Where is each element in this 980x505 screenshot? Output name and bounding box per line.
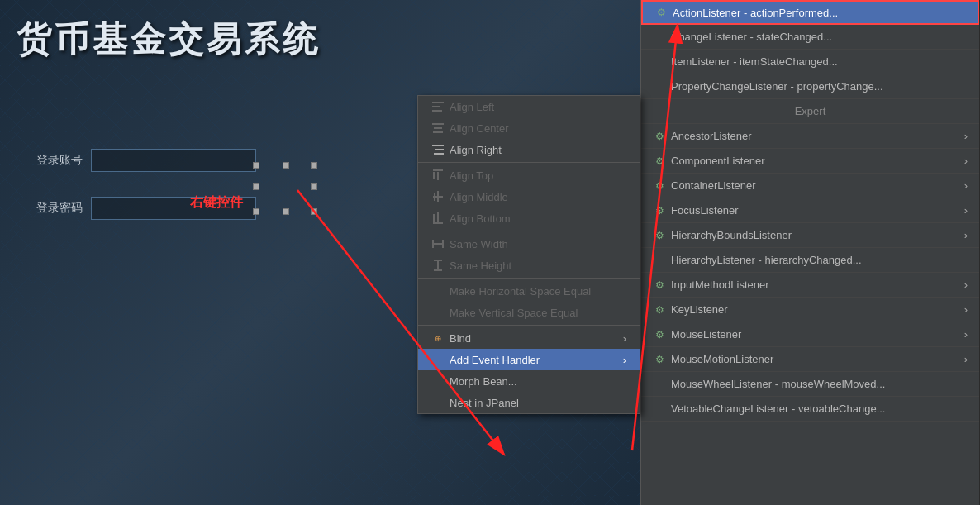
menu-item-make-horiz[interactable]: Make Horizontal Space Equal [418,280,640,302]
ancestor-listener-arrow: › [964,130,968,142]
handle-tl [253,162,259,169]
align-top-icon [431,169,445,182]
username-input[interactable] [91,149,256,172]
svg-rect-10 [432,145,444,146]
event-item-component-listener-label: ComponentListener [671,155,764,167]
ancestor-listener-icon: ⚙ [653,130,666,143]
mouse-wheel-listener-icon [653,378,666,391]
event-item-hierarchy-listener-label: HierarchyListener - hierarchyChanged... [671,254,862,266]
input-method-listener-arrow: › [964,279,968,291]
menu-item-align-bottom-label: Align Bottom [450,212,511,225]
event-item-property-listener-label: PropertyChangeListener - propertyChange.… [671,80,883,93]
handle-tr [311,162,317,169]
event-item-vetoable-listener[interactable]: VetoableChangeListener - vetoableChange.… [641,397,979,422]
svg-rect-25 [437,260,439,271]
menu-item-same-width[interactable]: Same Width [418,233,640,255]
focus-listener-arrow: › [964,204,968,217]
svg-rect-13 [433,169,443,171]
svg-rect-18 [437,191,439,202]
menu-item-same-height[interactable]: Same Height [418,255,640,276]
handle-bm [283,208,289,215]
menu-item-make-vert[interactable]: Make Vertical Space Equal [418,302,640,323]
event-item-key-listener-label: KeyListener [671,303,728,316]
event-item-mouse-motion-listener[interactable]: ⚙ MouseMotionListener › [641,347,979,372]
menu-item-morph-bean[interactable]: Morph Bean... [418,370,640,392]
menu-item-add-event[interactable]: Add Event Handler › [418,349,640,370]
event-item-hierarchy-listener[interactable]: HierarchyListener - hierarchyChanged... [641,248,979,273]
add-event-icon [431,353,445,366]
align-left-icon [431,100,445,113]
username-row: 登录账号 [33,149,256,172]
action-listener-icon: ⚙ [654,6,668,19]
menu-item-align-middle[interactable]: Align Middle [418,186,640,207]
svg-rect-27 [434,269,442,271]
menu-item-align-left-label: Align Left [450,101,494,113]
event-section-expert: Expert [641,99,979,124]
svg-rect-11 [435,149,444,150]
menu-item-same-height-label: Same Height [450,260,511,272]
svg-rect-26 [434,260,442,261]
make-horiz-icon [431,284,445,298]
svg-rect-15 [437,172,439,180]
same-width-icon [431,237,445,250]
menu-item-align-right[interactable]: Align Right [418,139,640,160]
menu-item-bind[interactable]: ⊕ Bind › [418,327,640,349]
event-item-property-listener[interactable]: PropertyChangeListener - propertyChange.… [641,74,979,99]
key-listener-arrow: › [964,303,968,316]
item-listener-icon [653,55,666,69]
svg-rect-24 [442,240,444,248]
svg-rect-6 [432,110,442,112]
vetoable-listener-icon [653,403,666,416]
event-item-mouse-listener[interactable]: ⚙ MouseListener › [641,322,979,347]
menu-item-add-event-label: Add Event Handler [450,354,540,366]
event-item-hierarchy-bounds-listener-label: HierarchyBoundsListener [671,229,792,241]
event-item-action-listener[interactable]: ⚙ ActionListener - actionPerformed... [641,0,979,25]
event-item-mouse-wheel-listener[interactable]: MouseWheelListener - mouseWheelMoved... [641,372,979,397]
event-item-ancestor-listener[interactable]: ⚙ AncestorListener › [641,124,979,149]
svg-rect-20 [433,214,435,222]
component-listener-icon: ⚙ [653,155,666,168]
separator-1 [418,162,640,163]
mouse-motion-listener-icon: ⚙ [653,353,666,366]
event-item-focus-listener[interactable]: ⚙ FocusListener › [641,198,979,223]
svg-rect-21 [437,212,439,222]
container-listener-arrow: › [964,179,968,192]
svg-rect-4 [432,102,444,103]
event-item-input-method-listener[interactable]: ⚙ InputMethodListener › [641,273,979,298]
menu-item-same-width-label: Same Width [450,238,508,250]
menu-item-align-center-label: Align Center [450,122,509,135]
focus-listener-icon: ⚙ [653,204,666,217]
separator-3 [418,278,640,279]
menu-item-align-bottom[interactable]: Align Bottom [418,207,640,229]
event-item-change-listener-label: ChangeListener - stateChanged... [671,31,832,43]
nest-in-jpanel-icon [431,396,445,409]
menu-item-align-top[interactable]: Align Top [418,164,640,186]
svg-rect-14 [433,172,435,179]
same-height-icon [431,259,445,272]
menu-item-align-left[interactable]: Align Left [418,96,640,117]
right-click-label: 右键控件 [190,194,243,212]
bind-icon: ⊕ [431,331,445,345]
hierarchy-bounds-listener-icon: ⚙ [653,229,666,242]
event-item-key-listener[interactable]: ⚙ KeyListener › [641,298,979,322]
event-item-item-listener[interactable]: ItemListener - itemStateChanged... [641,50,979,74]
username-label: 登录账号 [33,153,83,168]
add-event-submenu-arrow: › [623,354,626,366]
make-vert-icon [431,306,445,319]
align-bottom-icon [431,212,445,225]
mouse-listener-arrow: › [964,328,968,341]
menu-item-align-center[interactable]: Align Center [418,117,640,139]
menu-item-nest-in-jpanel[interactable]: Nest in JPanel [418,392,640,413]
svg-rect-9 [433,131,443,133]
separator-4 [418,325,640,326]
event-item-component-listener[interactable]: ⚙ ComponentListener › [641,149,979,174]
component-listener-arrow: › [964,155,968,167]
event-item-container-listener[interactable]: ⚙ ContainerListener › [641,174,979,198]
event-item-change-listener[interactable]: ChangeListener - stateChanged... [641,25,979,50]
align-right-icon [431,143,445,156]
event-item-hierarchy-bounds-listener[interactable]: ⚙ HierarchyBoundsListener › [641,223,979,248]
property-listener-icon [653,80,666,93]
event-submenu: ⚙ ActionListener - actionPerformed... Ch… [640,0,979,505]
key-listener-icon: ⚙ [653,303,666,317]
password-label: 登录密码 [33,201,83,216]
